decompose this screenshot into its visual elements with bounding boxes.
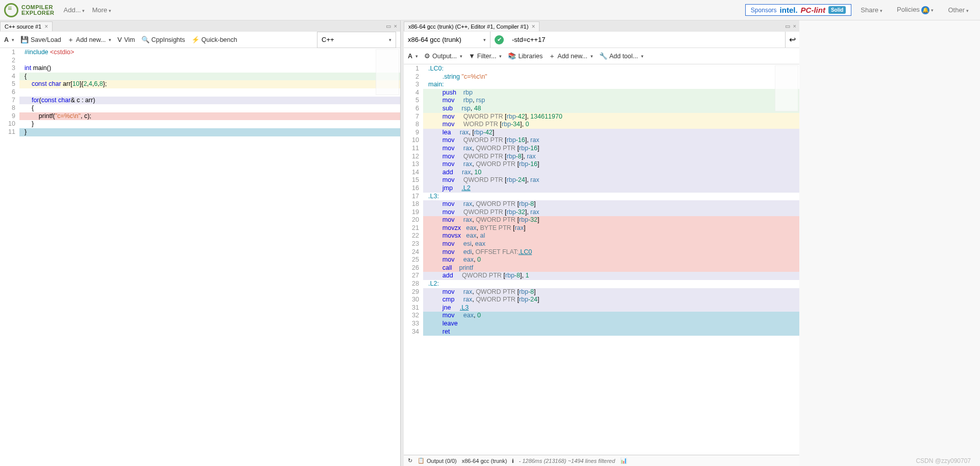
logo-icon	[4, 3, 18, 17]
addnew-button[interactable]: ＋Add new...▾	[67, 35, 111, 44]
source-toolbar: A▾ 💾Save/Load ＋Add new...▾ ⅤVim 🔍CppInsi…	[0, 32, 400, 48]
gear-icon: ⚙	[424, 52, 430, 60]
close-icon[interactable]: ×	[44, 23, 48, 30]
stats-text: - 1286ms (213168) ~1494 lines filtered	[519, 458, 615, 464]
minimap[interactable]	[376, 49, 399, 95]
source-editor[interactable]: 1234567891011 #include <cstdio>int main(…	[0, 48, 400, 466]
vim-button[interactable]: ⅤVim	[117, 36, 135, 43]
menu-share[interactable]: Share▾	[861, 6, 883, 14]
minimap[interactable]	[775, 65, 798, 111]
menu-policies[interactable]: Policies 🔔▾	[897, 6, 934, 14]
close-pane-icon[interactable]: ×	[394, 23, 397, 30]
plus-icon: ＋	[67, 35, 74, 44]
libraries-button[interactable]: 📚Libraries	[508, 52, 543, 60]
close-icon[interactable]: ×	[531, 23, 535, 30]
compiler-options-input[interactable]	[508, 32, 785, 48]
refresh-button[interactable]: ↻	[408, 457, 412, 464]
menu-more[interactable]: More▾	[92, 6, 111, 14]
compiler-toolbar: A▾ ⚙Output...▾ ▼Filter...▾ 📚Libraries ＋A…	[404, 48, 799, 64]
watermark: CSDN @zzy090707	[916, 457, 971, 464]
bell-icon: 🔔	[921, 6, 929, 14]
sponsors-box[interactable]: Sponsors intel. PC-lint Solid	[745, 4, 852, 16]
addtool-button[interactable]: 🔧Add tool...▾	[599, 52, 644, 60]
plus-icon: ＋	[549, 52, 555, 61]
output-tab[interactable]: 📋 Output (0/0)	[418, 457, 457, 464]
search-icon: 🔍	[141, 36, 150, 43]
font-button[interactable]: A▾	[4, 36, 14, 43]
refresh-icon: ↻	[408, 457, 412, 464]
info-icon[interactable]: i	[512, 458, 513, 464]
top-bar: COMPILEREXPLORER Add...▾ More▾ Sponsors …	[0, 0, 980, 20]
close-pane-icon[interactable]: ×	[793, 23, 796, 30]
cppinsights-button[interactable]: 🔍CppInsights	[141, 36, 185, 43]
book-icon: 📚	[508, 52, 516, 60]
bolt-icon: ⚡	[191, 36, 200, 43]
compiler-info[interactable]: x86-64 gcc (trunk)	[462, 458, 507, 464]
language-select[interactable]: C++ ▾	[317, 32, 396, 48]
source-pane: C++ source #1 × ▭ × A▾ 💾Save/Load ＋Add n…	[0, 20, 401, 466]
save-icon: 💾	[20, 36, 29, 43]
source-tabstrip: C++ source #1 × ▭ ×	[0, 20, 400, 32]
saveload-button[interactable]: 💾Save/Load	[20, 36, 61, 43]
filter-icon: ▼	[469, 52, 475, 60]
font-button[interactable]: A▾	[408, 53, 418, 60]
quickbench-button[interactable]: ⚡Quick-bench	[191, 36, 237, 43]
logo[interactable]: COMPILEREXPLORER	[4, 3, 55, 17]
maximize-icon[interactable]: ▭	[386, 23, 391, 30]
check-icon: ✔	[495, 35, 504, 44]
maximize-icon[interactable]: ▭	[785, 23, 790, 30]
menu-add[interactable]: Add...▾	[64, 6, 85, 14]
wrap-button[interactable]: ↩	[785, 32, 799, 48]
chevron-down-icon: ▾	[483, 37, 486, 42]
source-tab[interactable]: C++ source #1 ×	[0, 21, 53, 31]
chart-icon[interactable]: 📊	[620, 457, 627, 464]
compiler-bottombar: ↻ 📋 Output (0/0) x86-64 gcc (trunk) i - …	[404, 455, 799, 466]
wrench-icon: 🔧	[599, 52, 607, 60]
compile-status: ✔	[491, 32, 508, 48]
compiler-select[interactable]: x86-64 gcc (trunk) ▾	[404, 32, 491, 48]
compiler-pane: x86-64 gcc (trunk) (C++, Editor #1, Comp…	[404, 20, 799, 466]
filter-button[interactable]: ▼Filter...▾	[469, 52, 502, 60]
output-button[interactable]: ⚙Output...▾	[424, 52, 462, 60]
chevron-down-icon: ▾	[389, 37, 391, 42]
addnew-button[interactable]: ＋Add new...▾	[549, 52, 593, 61]
menu-other[interactable]: Other▾	[948, 6, 969, 14]
compiler-tabstrip: x86-64 gcc (trunk) (C++, Editor #1, Comp…	[404, 20, 799, 32]
vim-icon: Ⅴ	[117, 36, 122, 43]
asm-editor[interactable]: 1234567891011121314151617181920212223242…	[404, 64, 799, 455]
compiler-tab[interactable]: x86-64 gcc (trunk) (C++, Editor #1, Comp…	[404, 21, 540, 31]
